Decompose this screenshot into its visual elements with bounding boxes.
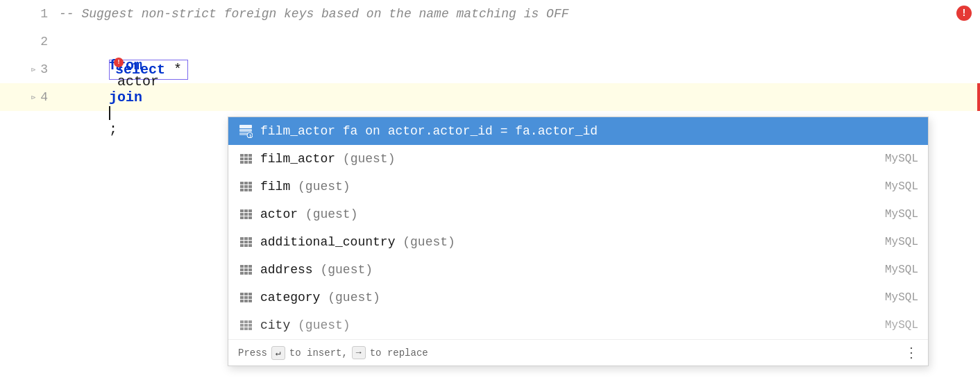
ac-item-7[interactable]: city (guest) MySQL: [228, 311, 928, 339]
tab-key-hint: →: [352, 346, 366, 359]
ac-label-2: film (guest): [260, 180, 877, 194]
ac-label-1: film_actor (guest): [260, 152, 877, 166]
ac-item-1[interactable]: film_actor (guest) MySQL: [228, 145, 928, 173]
ac-name-5: address: [260, 263, 313, 277]
autocomplete-dropdown: J film_actor fa on actor.actor_id = fa.a…: [228, 117, 929, 366]
table-icon-3: [240, 209, 252, 219]
ac-label-3: actor (guest): [260, 207, 877, 221]
table-icon-5: [240, 265, 252, 275]
ac-guest-4: (guest): [403, 235, 455, 249]
ac-schema-2: MySQL: [885, 180, 918, 193]
ac-label-7: city (guest): [260, 318, 877, 332]
ac-name-3: actor: [260, 207, 298, 221]
ac-icon-0: J: [238, 123, 253, 139]
ac-item-0[interactable]: J film_actor fa on actor.actor_id = fa.a…: [228, 117, 928, 145]
editor-container: ! 1 -- Suggest non-strict foreign keys b…: [0, 0, 980, 387]
ac-guest-7: (guest): [298, 318, 350, 332]
text-cursor: [109, 106, 110, 120]
more-options-button[interactable]: ⋮: [904, 344, 918, 361]
ac-item-4[interactable]: additional_country (guest) MySQL: [228, 228, 928, 256]
table-icon-2: [240, 182, 252, 191]
line-4-suffix: ;: [109, 121, 117, 137]
table-icon-4: [240, 237, 252, 247]
line-4-middle: actor: [109, 74, 167, 89]
ac-label-5: address (guest): [260, 263, 877, 277]
ac-icon-6: [238, 290, 253, 305]
ac-schema-6: MySQL: [885, 291, 918, 304]
ac-name-2: film: [260, 180, 290, 194]
editor-line-4: ⊳ 4 from actor join ;: [0, 83, 980, 111]
line-1-content[interactable]: -- Suggest non-strict foreign keys based…: [52, 7, 980, 21]
press-label: Press: [238, 347, 267, 359]
line-number-1: 1: [0, 7, 52, 21]
ac-icon-1: [238, 151, 253, 166]
footer-hint-text: Press ↵ to insert, → to replace: [238, 346, 428, 360]
ac-guest-3: (guest): [305, 207, 358, 221]
line-number-3: ⊳ 3: [0, 62, 52, 76]
ac-item-6[interactable]: category (guest) MySQL: [228, 284, 928, 311]
ac-guest-1: (guest): [343, 152, 396, 166]
ac-schema-1: MySQL: [885, 153, 918, 165]
line-4-error-marker: [977, 83, 980, 111]
fold-marker-3: ⊳: [29, 65, 37, 74]
enter-key-hint: ↵: [271, 346, 285, 360]
ac-label-6: category (guest): [260, 291, 877, 304]
ac-name-4: additional_country: [260, 235, 395, 249]
ac-item-5[interactable]: address (guest) MySQL: [228, 256, 928, 284]
ac-item-2[interactable]: film (guest) MySQL: [228, 173, 928, 200]
keyword-error-icon: !: [114, 58, 124, 67]
ac-label-4: additional_country (guest): [260, 235, 877, 249]
ac-label-0: film_actor fa on actor.actor_id = fa.act…: [260, 124, 918, 138]
table-icon-6: [240, 293, 252, 302]
to-insert-label: to insert,: [289, 347, 348, 359]
svg-rect-0: [239, 125, 252, 128]
join-suggestion-icon: J: [239, 124, 253, 138]
line-number-2: 2: [0, 35, 52, 49]
ac-guest-2: (guest): [298, 180, 350, 194]
ac-schema-4: MySQL: [885, 236, 918, 248]
ac-name-6: category: [260, 291, 320, 304]
ac-icon-7: [238, 318, 253, 333]
ac-name-7: city: [260, 318, 290, 332]
ac-guest-6: (guest): [328, 291, 380, 304]
table-icon-1: [240, 154, 252, 164]
ac-item-3[interactable]: actor (guest) MySQL: [228, 200, 928, 228]
svg-rect-1: [239, 129, 252, 132]
to-replace-label: to replace: [370, 347, 428, 359]
ac-icon-3: [238, 207, 253, 222]
ac-guest-5: (guest): [320, 263, 373, 277]
ac-schema-5: MySQL: [885, 264, 918, 276]
keyword-join: join: [109, 89, 142, 105]
fold-marker-4: ⊳: [29, 93, 37, 101]
line-number-4: ⊳ 4: [0, 90, 52, 104]
editor-line-1: 1 -- Suggest non-strict foreign keys bas…: [0, 0, 980, 28]
svg-text:J: J: [248, 134, 251, 139]
ac-schema-3: MySQL: [885, 208, 918, 221]
autocomplete-footer: Press ↵ to insert, → to replace ⋮: [228, 339, 928, 366]
ac-icon-2: [238, 179, 253, 194]
ac-icon-4: [238, 234, 253, 250]
ac-schema-7: MySQL: [885, 319, 918, 332]
ac-icon-5: [238, 262, 253, 277]
table-icon-7: [240, 320, 252, 330]
ac-name-1: film_actor: [260, 152, 335, 166]
